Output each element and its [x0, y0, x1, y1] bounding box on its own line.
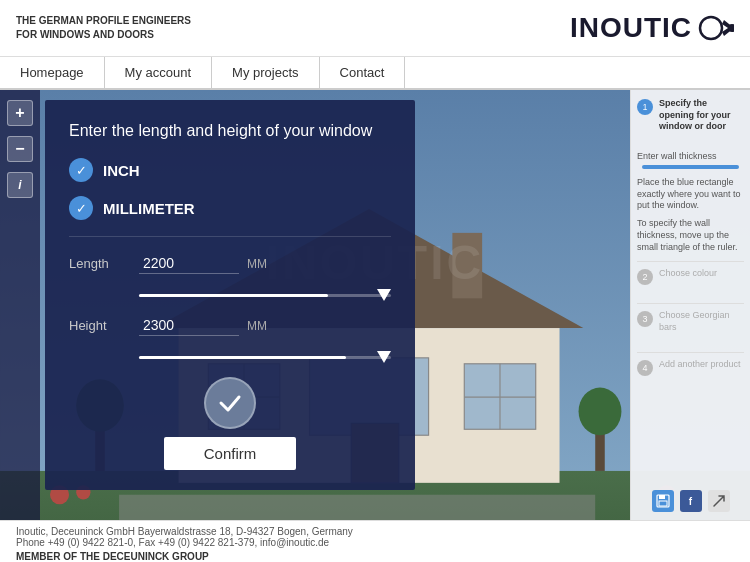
modal-divider: [69, 236, 391, 237]
svg-rect-27: [659, 501, 667, 506]
step4-section: 4 Add another product: [637, 359, 744, 384]
mm-check-icon: ✓: [69, 196, 93, 220]
svg-rect-26: [659, 495, 665, 499]
footer-line1: Inoutic, Deceuninck GmbH Bayerwaldstrass…: [16, 526, 734, 537]
height-fill: [139, 356, 346, 359]
company-line2: FOR WINDOWS AND DOORS: [16, 28, 191, 42]
confirm-area: Confirm: [69, 377, 391, 470]
checkmark-icon: [216, 389, 244, 417]
svg-rect-19: [595, 429, 605, 471]
length-thumb: [377, 289, 391, 301]
save-icon[interactable]: [652, 490, 674, 512]
main-area: INOUTIC + − i Enter the length and heigh…: [0, 90, 750, 520]
instruction2: To specify the wall thickness, move up t…: [637, 218, 744, 253]
header: THE GERMAN PROFILE ENGINEERS FOR WINDOWS…: [0, 0, 750, 57]
step2-text: Choose colour: [659, 268, 717, 280]
length-label: Length: [69, 256, 129, 271]
step2-num: 2: [637, 269, 653, 285]
step1-text: Specify the opening for your window or d…: [659, 98, 744, 133]
length-input-row: Length MM: [69, 253, 391, 274]
modal-title: Enter the length and height of your wind…: [69, 120, 391, 142]
company-name: THE GERMAN PROFILE ENGINEERS FOR WINDOWS…: [16, 14, 191, 42]
logo: INOUTIC: [570, 10, 734, 46]
right-divider-3: [637, 352, 744, 353]
mm-option[interactable]: ✓ MILLIMETER: [69, 196, 391, 220]
height-slider[interactable]: [139, 356, 391, 359]
height-label: Height: [69, 318, 129, 333]
logo-icon: [698, 10, 734, 46]
right-divider-2: [637, 303, 744, 304]
height-input[interactable]: [139, 315, 239, 336]
confirm-circle-button[interactable]: [204, 377, 256, 429]
nav-my-projects[interactable]: My projects: [212, 57, 319, 88]
right-divider-1: [637, 261, 744, 262]
length-fill: [139, 294, 328, 297]
inch-option[interactable]: ✓ INCH: [69, 158, 391, 182]
zoom-out-button[interactable]: −: [7, 136, 33, 162]
height-unit: MM: [247, 319, 267, 333]
footer-line2: Phone +49 (0) 9422 821-0, Fax +49 (0) 94…: [16, 537, 734, 548]
confirm-button[interactable]: Confirm: [164, 437, 297, 470]
nav-my-account[interactable]: My account: [105, 57, 212, 88]
logo-text: INOUTIC: [570, 12, 692, 44]
mm-label: MILLIMETER: [103, 200, 195, 217]
wall-thickness-label: Enter wall thickness: [637, 151, 744, 161]
step1-num: 1: [637, 99, 653, 115]
right-sidebar: 1 Specify the opening for your window or…: [630, 90, 750, 520]
navigation: Homepage My account My projects Contact: [0, 57, 750, 90]
step3-text: Choose Georgian bars: [659, 310, 744, 333]
measurement-modal: Enter the length and height of your wind…: [45, 100, 415, 490]
wall-thickness-bar: [642, 165, 738, 169]
svg-point-0: [700, 17, 722, 39]
instruction1: Place the blue rectangle exactly where y…: [637, 177, 744, 212]
inch-check-icon: ✓: [69, 158, 93, 182]
inch-label: INCH: [103, 162, 140, 179]
svg-point-20: [579, 388, 622, 436]
info-button[interactable]: i: [7, 172, 33, 198]
step4-text: Add another product: [659, 359, 741, 371]
length-track: [139, 294, 391, 297]
share-icon[interactable]: [708, 490, 730, 512]
height-track: [139, 356, 391, 359]
height-input-row: Height MM: [69, 315, 391, 336]
footer: Inoutic, Deceuninck GmbH Bayerwaldstrass…: [0, 520, 750, 562]
zoom-in-button[interactable]: +: [7, 100, 33, 126]
height-slider-area: [69, 356, 391, 359]
footer-member: MEMBER OF THE DECEUNINCK GROUP: [16, 551, 734, 562]
nav-homepage[interactable]: Homepage: [0, 57, 105, 88]
left-sidebar: + − i: [0, 90, 40, 520]
step3-section: 3 Choose Georgian bars: [637, 310, 744, 341]
facebook-icon[interactable]: f: [680, 490, 702, 512]
step4-num: 4: [637, 360, 653, 376]
step1-section: 1 Specify the opening for your window or…: [637, 98, 744, 141]
height-section: Height MM: [69, 315, 391, 359]
length-section: Length MM: [69, 253, 391, 297]
nav-contact[interactable]: Contact: [320, 57, 406, 88]
length-unit: MM: [247, 257, 267, 271]
length-slider-area: [69, 294, 391, 297]
step3-num: 3: [637, 311, 653, 327]
length-input[interactable]: [139, 253, 239, 274]
step2-section: 2 Choose colour: [637, 268, 744, 293]
length-slider[interactable]: [139, 294, 391, 297]
svg-rect-8: [452, 233, 482, 298]
company-line1: THE GERMAN PROFILE ENGINEERS: [16, 14, 191, 28]
right-footer-icons: f: [631, 490, 750, 512]
save-svg-icon: [656, 494, 670, 508]
svg-rect-5: [119, 495, 595, 520]
height-thumb: [377, 351, 391, 363]
share-svg-icon: [712, 494, 726, 508]
